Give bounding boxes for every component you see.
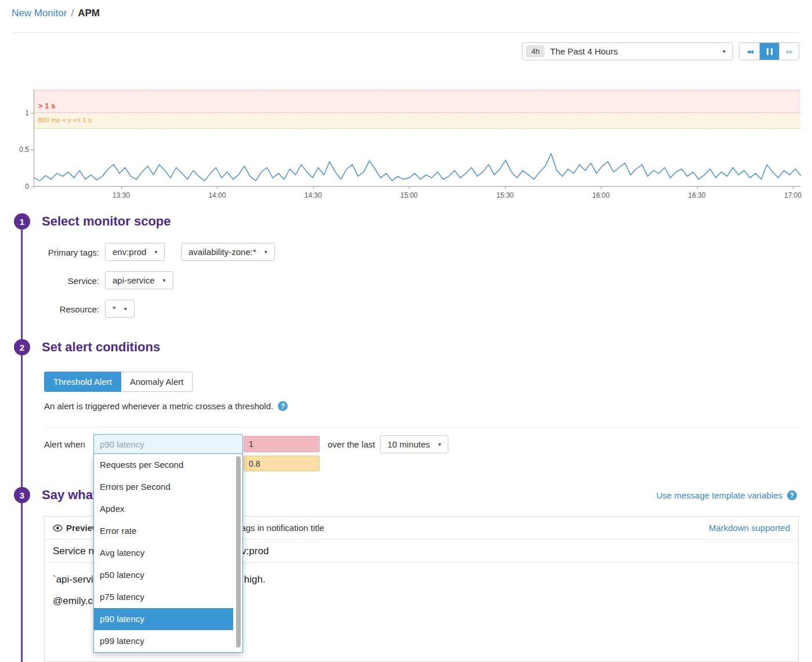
- x-axis-label: 15:00: [400, 191, 418, 199]
- resource-dropdown[interactable]: * ▾: [105, 300, 135, 318]
- x-axis-label: 16:00: [592, 191, 610, 199]
- chevron-down-icon: ▾: [723, 48, 726, 54]
- markdown-supported-link[interactable]: Markdown supported: [709, 523, 790, 533]
- x-axis-label: 14:30: [304, 191, 322, 199]
- template-variables-link[interactable]: Use message template variables: [656, 490, 782, 500]
- service-value: api-service: [113, 275, 155, 285]
- x-axis-tick: [793, 187, 793, 189]
- warning-threshold-input[interactable]: [244, 456, 320, 471]
- x-axis-tick: [697, 187, 698, 189]
- metric-option[interactable]: Apdex: [94, 498, 233, 520]
- rewind-icon: ◀◀: [746, 49, 752, 54]
- time-scrub-buttons: ◀◀ ▶▶: [739, 42, 799, 60]
- chevron-down-icon: ▾: [154, 249, 157, 255]
- step-2-badge: 2: [14, 339, 30, 355]
- resource-value: *: [113, 304, 116, 314]
- service-label: Service:: [12, 276, 99, 286]
- breadcrumb-current-apm: APM: [78, 8, 100, 19]
- step-3-badge: 3: [14, 487, 30, 503]
- chevron-down-icon: ▾: [124, 305, 127, 312]
- apm-monitor-page: New Monitor/APM 4h The Past 4 Hours ▾ ◀◀…: [0, 0, 812, 662]
- tab-threshold-alert[interactable]: Threshold Alert: [44, 372, 121, 392]
- primary-tag-dropdown-2[interactable]: availability-zone:* ▾: [181, 243, 275, 261]
- threshold-help-text: An alert is triggered whenever a metric …: [44, 401, 288, 411]
- preview-eye-icon: [53, 525, 63, 532]
- y-axis-label: 0: [10, 183, 29, 191]
- alert-type-tabs: Threshold Alert Anomaly Alert: [44, 372, 193, 392]
- x-axis-tick: [121, 187, 122, 189]
- step-2-title: Set alert conditions: [42, 340, 160, 355]
- metric-option[interactable]: Error rate: [94, 520, 233, 542]
- x-axis-tick: [505, 187, 506, 189]
- metric-options-listbox: Requests per SecondErrors per SecondApde…: [93, 454, 243, 653]
- tab-anomaly-alert[interactable]: Anomaly Alert: [121, 372, 193, 392]
- step-connector-line: [21, 221, 23, 662]
- x-axis-label: 16:30: [688, 191, 706, 199]
- breadcrumb-separator: /: [71, 8, 74, 19]
- chevron-down-icon: ▾: [264, 249, 267, 255]
- metric-option[interactable]: p75 latency: [94, 586, 233, 608]
- latency-chart: > 1 s 800 ms < y <= 1 s 13:3014:0014:301…: [34, 90, 800, 187]
- time-window-value: 10 minutes: [387, 439, 430, 449]
- primary-tag-2-value: availability-zone:*: [188, 247, 256, 257]
- resource-label: Resource:: [12, 304, 99, 314]
- primary-tag-dropdown-1[interactable]: env:prod ▾: [105, 243, 165, 261]
- alert-when-label: Alert when: [44, 439, 85, 449]
- metric-option[interactable]: p50 latency: [94, 564, 233, 586]
- rewind-button[interactable]: ◀◀: [740, 43, 759, 60]
- pause-button[interactable]: [759, 43, 779, 60]
- service-dropdown[interactable]: api-service ▾: [105, 271, 173, 289]
- help-icon[interactable]: ?: [787, 490, 797, 500]
- primary-tag-1-value: env:prod: [113, 247, 146, 257]
- metric-search-input[interactable]: [93, 434, 243, 454]
- fast-forward-icon: ▶▶: [786, 49, 792, 54]
- chevron-down-icon: ▾: [163, 277, 166, 283]
- x-axis-label: 14:00: [208, 191, 226, 199]
- step-1-title: Select monitor scope: [42, 214, 171, 229]
- over-the-last-label: over the last: [328, 439, 375, 449]
- alert-row-divider: [44, 427, 799, 427]
- scrollbar-thumb[interactable]: [236, 456, 241, 648]
- template-variables-row: Use message template variables ?: [656, 490, 797, 500]
- y-axis-tick: [31, 187, 34, 187]
- x-axis-label: 17:00: [784, 191, 802, 199]
- fast-forward-button[interactable]: ▶▶: [779, 43, 799, 60]
- y-axis-label: 0.5: [10, 146, 29, 154]
- time-range-label: The Past 4 Hours: [550, 46, 717, 56]
- metric-option[interactable]: p90 latency: [94, 608, 233, 630]
- time-range-badge: 4h: [526, 45, 545, 57]
- alert-threshold-input[interactable]: [244, 436, 320, 452]
- metric-option[interactable]: p99 latency: [94, 630, 233, 652]
- y-axis-label: 1: [10, 109, 29, 117]
- metric-option[interactable]: Avg latency: [94, 542, 233, 564]
- primary-tags-label: Primary tags:: [12, 248, 99, 257]
- time-window-dropdown[interactable]: 10 minutes ▾: [380, 435, 448, 453]
- step-1-badge: 1: [14, 213, 30, 230]
- time-range-select[interactable]: 4h The Past 4 Hours ▾: [522, 42, 733, 60]
- chevron-down-icon: ▾: [438, 441, 441, 448]
- x-axis-tick: [313, 187, 314, 189]
- header-divider: [12, 32, 800, 33]
- x-axis-label: 13:30: [113, 191, 130, 199]
- latency-line-series: [34, 90, 801, 187]
- x-axis-tick: [409, 187, 409, 189]
- metric-option[interactable]: Errors per Second: [94, 476, 233, 498]
- breadcrumb: New Monitor/APM: [12, 8, 100, 19]
- help-icon[interactable]: ?: [278, 401, 288, 411]
- breadcrumb-link-new-monitor[interactable]: New Monitor: [12, 8, 67, 19]
- metric-option[interactable]: Requests per Second: [94, 454, 233, 476]
- x-axis-label: 15:30: [496, 191, 514, 199]
- pause-icon: [767, 48, 768, 55]
- x-axis-tick: [601, 187, 601, 189]
- x-axis-tick: [217, 187, 217, 189]
